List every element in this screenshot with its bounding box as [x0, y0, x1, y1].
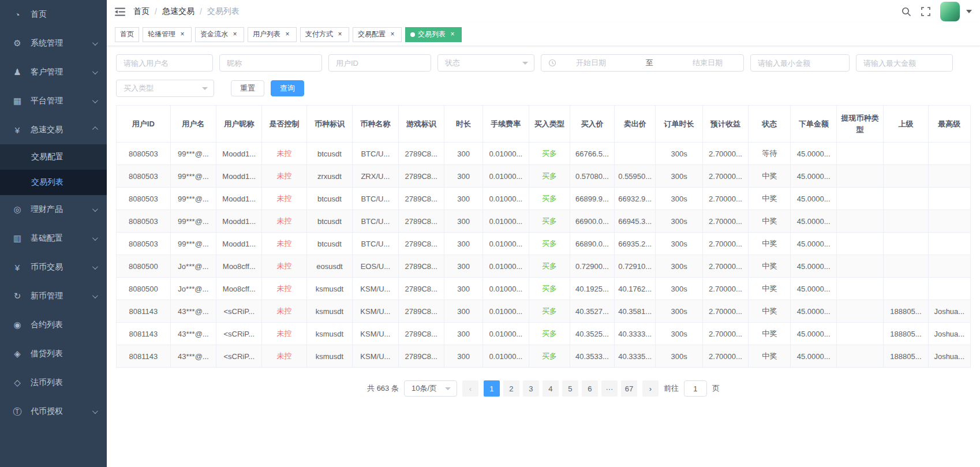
cell: 2789C8...: [398, 278, 444, 300]
sidebar-item-4[interactable]: ▦平台管理: [0, 87, 107, 115]
cell: Joshua...: [928, 300, 970, 323]
cell: 中奖: [749, 300, 791, 323]
start-date-placeholder: 开始日期: [562, 58, 620, 68]
navbar: 首页 / 急速交易 / 交易列表: [107, 0, 980, 23]
sidebar-item-11[interactable]: ◈借贷列表: [0, 339, 107, 368]
sidebar-menu: ◔首页⚙系统管理♟客户管理▦平台管理¥急速交易交易配置交易列表◎理财产品▥基础配…: [0, 0, 107, 426]
sidebar-item-12[interactable]: ◇法币列表: [0, 368, 107, 397]
column-header: 游戏标识: [398, 106, 444, 143]
avatar[interactable]: [940, 2, 960, 21]
table-row: 808050399***@...Moodd1...未控btcusdtBTC/U.…: [117, 233, 971, 255]
close-icon[interactable]: ×: [336, 31, 344, 39]
min-amount-input[interactable]: [750, 54, 850, 72]
breadcrumb-item-home[interactable]: 首页: [133, 6, 149, 17]
goto-page-input[interactable]: [684, 380, 707, 397]
chevron-down-icon: [92, 69, 98, 74]
username-input[interactable]: [116, 54, 213, 72]
page-button-3[interactable]: 3: [523, 380, 539, 397]
tag-item-1[interactable]: 首页: [115, 27, 139, 42]
sidebar-item-10[interactable]: ◉合约列表: [0, 311, 107, 339]
page-button-67[interactable]: 67: [621, 380, 637, 397]
sidebar-item-6[interactable]: ◎理财产品: [0, 195, 107, 224]
cell: 2789C8...: [398, 345, 444, 368]
product-icon: ◎: [12, 204, 23, 215]
sidebar-item-7[interactable]: ▥基础配置: [0, 224, 107, 253]
hamburger-icon[interactable]: [115, 8, 125, 16]
close-icon[interactable]: ×: [178, 31, 186, 39]
filter-panel: 状态 开始日期 至 结束日期 买入类: [107, 46, 980, 105]
close-icon[interactable]: ×: [448, 31, 457, 39]
cell: Joshua...: [928, 323, 970, 345]
close-icon[interactable]: ×: [388, 31, 397, 39]
sidebar-item-2[interactable]: ⚙系统管理: [0, 29, 107, 58]
tags-bar: 首页轮播管理×资金流水×用户列表×支付方式×交易配置×交易列表×: [107, 23, 980, 46]
page-button-6[interactable]: 6: [582, 380, 598, 397]
userid-input[interactable]: [328, 54, 431, 72]
cell: 300: [444, 300, 482, 323]
cell: 300: [444, 188, 482, 210]
sidebar-item-5[interactable]: ¥急速交易: [0, 115, 107, 144]
cell: btcusdt: [306, 233, 352, 255]
tag-item-7[interactable]: 交易列表×: [405, 27, 462, 42]
page-size-select[interactable]: 10条/页: [404, 380, 457, 397]
cell: 43***@...: [170, 345, 216, 368]
status-select[interactable]: 状态: [437, 54, 534, 72]
status-select-value: 状态: [445, 58, 460, 68]
close-icon[interactable]: ×: [283, 31, 291, 39]
sidebar-subitem-2[interactable]: 交易列表: [0, 170, 107, 195]
reset-button[interactable]: 重置: [231, 80, 264, 96]
cell: 40.3533...: [570, 345, 614, 368]
sidebar-item-13[interactable]: Ⓣ代币授权: [0, 397, 107, 426]
max-amount-input[interactable]: [856, 54, 953, 72]
column-header: 买入类型: [529, 106, 570, 143]
cell: Joshua...: [928, 345, 970, 368]
sidebar-item-8[interactable]: ¥币币交易: [0, 253, 107, 282]
nickname-input[interactable]: [219, 54, 322, 72]
cell: 99***@...: [170, 233, 216, 255]
page-ellipsis-button[interactable]: ···: [601, 380, 618, 397]
cell: 0.72900...: [570, 255, 614, 278]
cell: [884, 233, 928, 255]
next-page-button[interactable]: ›: [642, 380, 659, 397]
page-button-4[interactable]: 4: [543, 380, 559, 397]
tag-item-5[interactable]: 支付方式×: [300, 27, 349, 42]
sidebar-item-9[interactable]: ↻新币管理: [0, 282, 107, 311]
close-icon[interactable]: ×: [231, 31, 239, 39]
cell: 买多: [529, 165, 570, 188]
page-button-2[interactable]: 2: [503, 380, 519, 397]
caret-down-icon[interactable]: [966, 10, 972, 13]
tag-item-4[interactable]: 用户列表×: [248, 27, 297, 42]
search-icon[interactable]: [902, 7, 911, 17]
cell: 300: [444, 143, 482, 165]
sidebar-item-1[interactable]: ◔首页: [0, 0, 107, 29]
grid-icon: ▦: [12, 96, 23, 106]
buy-type-select[interactable]: 买入类型: [116, 80, 214, 97]
cell: 300s: [656, 233, 702, 255]
navbar-right: [902, 2, 972, 21]
sidebar-item-3[interactable]: ♟客户管理: [0, 58, 107, 87]
sidebar-subitem-1[interactable]: 交易配置: [0, 144, 107, 170]
date-range-picker[interactable]: 开始日期 至 结束日期: [541, 54, 744, 72]
cell: 0.01000...: [483, 210, 529, 233]
search-button[interactable]: 查询: [271, 80, 304, 96]
cell: [884, 143, 928, 165]
cell: 8080503: [117, 233, 171, 255]
cell: <sCRiP...: [216, 300, 262, 323]
cell: 8080503: [117, 188, 171, 210]
cell: 40.3527...: [570, 300, 614, 323]
page-unit-label: 页: [712, 383, 720, 394]
page-button-5[interactable]: 5: [562, 380, 578, 397]
breadcrumb-item-fast-trade[interactable]: 急速交易: [162, 6, 194, 17]
cell: 等待: [749, 143, 791, 165]
prev-page-button[interactable]: ‹: [462, 380, 478, 397]
tag-item-6[interactable]: 交易配置×: [353, 27, 402, 42]
trade-table: 用户ID用户名用户昵称是否控制币种标识币种名称游戏标识时长手续费率买入类型买入价…: [116, 105, 971, 368]
tag-item-3[interactable]: 资金流水×: [195, 27, 244, 42]
cell: BTC/U...: [353, 210, 398, 233]
fullscreen-icon[interactable]: [921, 7, 930, 16]
cell: [884, 188, 928, 210]
tag-item-2[interactable]: 轮播管理×: [143, 27, 192, 42]
cell: 2789C8...: [398, 165, 444, 188]
page-button-1[interactable]: 1: [484, 380, 500, 397]
cell: 中奖: [749, 255, 791, 278]
